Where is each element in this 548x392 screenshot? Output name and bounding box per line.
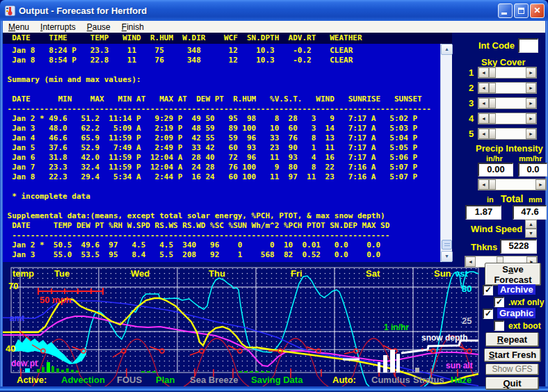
arrow-left-icon[interactable]: ◄ [478, 67, 489, 78]
maximize-button[interactable] [514, 3, 529, 18]
terminal-column-header: DATE TIME TEMP WIND R.HUM W.DIR WCF SN.D… [3, 33, 452, 44]
terminal-output: Jan 8 8:24 P 23.3 11 75 348 12 10.3 -0.2… [3, 44, 452, 262]
status-item-fous: FOUS [117, 375, 142, 385]
dew-pt-label: dew pt [11, 359, 38, 368]
archive-checkbox[interactable]: ✓ [483, 285, 493, 295]
menu-item-finish[interactable]: Finish [116, 22, 150, 32]
total-in-value[interactable]: 1.87 [465, 205, 501, 220]
window-border-right [545, 21, 548, 386]
sky-cover-row-label-1: 1 [469, 67, 474, 78]
minimize-icon [501, 13, 507, 15]
spin-down-icon[interactable]: ▼ [525, 229, 537, 238]
sky-cover-label: Sky Cover [481, 57, 526, 67]
menu-bar: Menu Interrupts Pause Finish [3, 21, 545, 33]
arrow-right-icon[interactable]: ► [526, 83, 536, 93]
status-item-saving-data: Saving Data [251, 375, 303, 385]
day-label-fri: Fri [291, 268, 303, 279]
sky-cover-slider-1[interactable]: ◄ ► [478, 67, 537, 79]
status-item-sea-breeze: Sea Breeze [190, 375, 238, 385]
repeat-button[interactable]: Repeat [485, 332, 539, 347]
in-hr-label: in/hr [486, 154, 503, 163]
sky-cover-slider-3[interactable]: ◄ ► [478, 97, 537, 109]
arrow-right-icon[interactable]: ► [526, 113, 536, 124]
show-gfs-button[interactable]: Show GFS [485, 364, 539, 375]
precip-scale-label: 1 in/hr [384, 322, 409, 332]
total-mm-value[interactable]: 47.6 [513, 205, 547, 220]
menu-item-pause[interactable]: Pause [81, 22, 116, 32]
graphic-checkbox[interactable]: ✓ [483, 309, 493, 319]
total-label: Total [501, 193, 523, 204]
day-label-wed: Wed [131, 268, 150, 279]
arrow-right-icon[interactable]: ► [526, 67, 536, 78]
minimize-button[interactable] [498, 3, 513, 18]
slider-thumb[interactable] [489, 67, 496, 78]
total-in-label: in [487, 195, 494, 204]
thkns-value[interactable]: 5228 [500, 239, 537, 254]
day-label-thu: Thu [209, 268, 225, 279]
sky-cover-slider-2[interactable]: ◄ ► [478, 82, 537, 94]
scroll-up-icon[interactable]: ▲ [441, 44, 453, 55]
amt-label: amt [10, 313, 24, 323]
scroll-down-icon[interactable]: ▼ [441, 251, 453, 262]
slider-thumb[interactable] [489, 98, 496, 108]
wind-scale-label: 50 mph [40, 295, 72, 305]
menu-item-interrupts[interactable]: Interrupts [35, 22, 81, 32]
y-axis-25: 25 [462, 316, 472, 326]
status-item-stratus: Stratus [413, 375, 444, 385]
arrow-left-icon[interactable]: ◄ [478, 179, 489, 190]
ext-boot-label: ext boot [508, 321, 541, 331]
y-axis-40: 40 [6, 343, 15, 354]
snow-depth-label: snow depth [421, 333, 468, 343]
thkns-label: Thkns [471, 242, 497, 252]
archive-label: Archive [498, 284, 535, 295]
menu-item-menu[interactable]: Menu [3, 22, 35, 32]
precip-slider[interactable]: ◄ ► [478, 179, 547, 190]
ext-boot-checkbox[interactable] [494, 320, 504, 331]
y-axis-80: 80 [462, 284, 472, 294]
window-title: Output - Forecast for Hertford [19, 6, 147, 16]
slider-thumb[interactable] [489, 113, 496, 124]
arrow-left-icon[interactable]: ◄ [478, 129, 489, 139]
arrow-left-icon[interactable]: ◄ [478, 98, 489, 108]
terminal-scrollbar[interactable]: ▲ ▼ [440, 44, 452, 262]
save-forecast-button[interactable]: Save Forecast [485, 263, 541, 286]
precip-intensity-label: Precip Intensity [476, 143, 543, 154]
slider-thumb[interactable] [489, 179, 496, 190]
int-code-input[interactable] [518, 38, 538, 53]
sky-cover-slider-4[interactable]: ◄ ► [478, 113, 537, 124]
status-item-plan: Plan [156, 375, 175, 385]
scrollbar-thumb[interactable] [442, 240, 452, 250]
wind-speed-stepper[interactable]: ▲ ▼ [525, 220, 537, 238]
slider-thumb[interactable] [489, 129, 496, 139]
mm-hr-label: mm/hr [519, 154, 542, 163]
spin-up-icon[interactable]: ▲ [525, 220, 537, 229]
arrow-right-icon[interactable]: ► [535, 179, 546, 190]
int-code-label: Int Code [478, 40, 515, 51]
sky-cover-row-label-5: 5 [469, 129, 474, 139]
wxf-only-checkbox[interactable]: ✓ [494, 297, 504, 307]
day-label-sat: Sat [366, 268, 380, 279]
status-item-cumulus: Cumulus [371, 375, 410, 385]
precip-mm-hr-value[interactable]: 0.0 [518, 163, 547, 177]
graphic-label: Graphic [497, 308, 535, 318]
sky-cover-row-label-4: 4 [469, 113, 474, 124]
sky-cover-slider-5[interactable]: ◄ ► [478, 128, 537, 140]
precip-in-hr-value[interactable]: 0.00 [478, 163, 513, 177]
arrow-left-icon[interactable]: ◄ [478, 113, 489, 124]
arrow-right-icon[interactable]: ► [526, 129, 536, 139]
quit-button[interactable]: Quit [485, 377, 539, 390]
day-label-sun: Sun [434, 268, 451, 279]
app-window: Output - Forecast for Hertford ✕ Menu In… [0, 0, 548, 392]
title-bar[interactable]: Output - Forecast for Hertford ✕ [0, 0, 548, 21]
forecast-graph: temp Tue Wed Thu Fri Sat Sun vst 70 40 8… [3, 263, 481, 386]
start-fresh-button[interactable]: Start Fresh [484, 348, 541, 362]
arrow-left-icon[interactable]: ◄ [478, 83, 489, 93]
maximize-icon [518, 8, 524, 14]
day-label-tue: Tue [54, 268, 70, 279]
arrow-right-icon[interactable]: ► [526, 98, 536, 108]
slider-thumb[interactable] [489, 83, 496, 93]
close-button[interactable]: ✕ [530, 3, 545, 18]
sun-alt-label: sun alt [446, 361, 473, 370]
y-axis-70: 70 [8, 281, 18, 291]
status-item-advection: Advection [61, 375, 105, 385]
